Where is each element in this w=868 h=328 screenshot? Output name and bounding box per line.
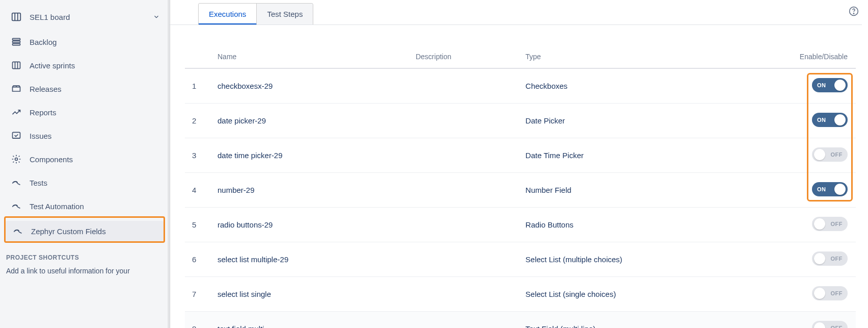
backlog-icon	[10, 37, 22, 47]
sidebar-item-zephyr-custom-fields[interactable]: Zephyr Custom Fields	[6, 221, 164, 241]
sidebar-highlight: Zephyr Custom Fields	[4, 216, 165, 243]
sidebar-item-label: Test Automation	[30, 202, 84, 211]
active-sprints-icon	[10, 60, 22, 70]
table-row: 6select list multiple-29Select List (mul…	[185, 242, 856, 277]
row-description	[412, 277, 522, 312]
svg-rect-4	[13, 41, 20, 42]
row-toggle-cell: OFF	[784, 138, 856, 173]
toggle-label: OFF	[831, 325, 843, 328]
svg-rect-0	[12, 13, 21, 21]
sidebar-item-label: Issues	[30, 132, 51, 140]
toggle-label: ON	[817, 117, 826, 123]
row-index: 7	[185, 277, 213, 312]
sidebar-item-label: Reports	[30, 108, 57, 117]
table-row: 3date time picker-29Date Time PickerOFF	[185, 138, 856, 173]
shortcuts-heading: PROJECT SHORTCUTS	[6, 254, 163, 261]
row-toggle-cell: OFF	[784, 277, 856, 312]
svg-point-13	[15, 158, 18, 161]
help-icon[interactable]	[849, 6, 859, 16]
svg-rect-3	[13, 38, 20, 40]
row-type: Select List (multiple choices)	[522, 242, 784, 277]
row-name: radio buttons-29	[213, 208, 412, 242]
row-type: Date Time Picker	[522, 138, 784, 173]
enable-toggle[interactable]: OFF	[812, 321, 848, 328]
enable-toggle[interactable]: OFF	[812, 147, 848, 162]
table-row: 7select list singleSelect List (single c…	[185, 277, 856, 312]
toggle-knob	[834, 114, 846, 125]
row-name: text field multi	[213, 312, 412, 329]
row-type: Date Picker	[522, 104, 784, 138]
toggle-label: OFF	[831, 221, 843, 227]
toggle-knob	[814, 218, 825, 230]
col-type: Type	[522, 45, 784, 68]
sidebar-item-test-automation[interactable]: Test Automation	[4, 196, 165, 216]
sidebar-item-releases[interactable]: Releases	[4, 79, 165, 99]
row-description	[412, 104, 522, 138]
row-type: Number Field	[522, 173, 784, 208]
toggle-knob	[814, 149, 825, 160]
sidebar: SEL1 board BacklogActive sprintsReleases…	[0, 0, 170, 328]
test-automation-icon	[10, 201, 22, 211]
sidebar-item-label: Active sprints	[30, 61, 75, 70]
toggle-label: ON	[817, 186, 826, 192]
col-description: Description	[412, 45, 522, 68]
sidebar-item-backlog[interactable]: Backlog	[4, 32, 165, 52]
col-index	[185, 45, 213, 68]
components-icon	[10, 154, 22, 164]
row-name: select list single	[213, 277, 412, 312]
svg-rect-6	[13, 62, 20, 68]
tab-test-steps[interactable]: Test Steps	[257, 4, 313, 24]
toggle-label: OFF	[831, 290, 843, 296]
sidebar-item-label: Backlog	[30, 38, 57, 46]
row-name: date picker-29	[213, 104, 412, 138]
board-selector[interactable]: SEL1 board	[4, 5, 165, 29]
toggle-label: ON	[817, 82, 826, 88]
row-description	[412, 68, 522, 104]
tab-executions[interactable]: Executions	[199, 4, 257, 24]
row-index: 6	[185, 242, 213, 277]
toggle-knob	[814, 253, 825, 264]
row-index: 1	[185, 68, 213, 104]
sidebar-item-tests[interactable]: Tests	[4, 172, 165, 193]
sidebar-item-label: Tests	[30, 179, 47, 187]
sidebar-item-reports[interactable]: Reports	[4, 102, 165, 122]
enable-toggle[interactable]: OFF	[812, 286, 848, 300]
reports-icon	[10, 107, 22, 117]
enable-toggle[interactable]: ON	[812, 78, 848, 92]
enable-toggle[interactable]: OFF	[812, 217, 848, 231]
svg-rect-5	[13, 43, 20, 45]
chevron-down-icon	[153, 13, 160, 20]
row-type: Text Field (multi line)	[522, 312, 784, 329]
tests-icon	[10, 178, 22, 188]
row-type: Checkboxes	[522, 68, 784, 104]
table-row: 5radio buttons-29Radio ButtonsOFF	[185, 208, 856, 242]
table-row: 2date picker-29Date PickerON	[185, 104, 856, 138]
row-description	[412, 138, 522, 173]
row-type: Radio Buttons	[522, 208, 784, 242]
enable-toggle[interactable]: ON	[812, 113, 848, 127]
table-row: 4number-29Number FieldON	[185, 173, 856, 208]
row-toggle-cell: ON	[784, 173, 856, 208]
row-toggle-cell: OFF	[784, 312, 856, 329]
col-name: Name	[213, 45, 412, 68]
row-description	[412, 312, 522, 329]
enable-toggle[interactable]: ON	[812, 182, 848, 196]
board-title: SEL1 board	[30, 13, 153, 21]
row-description	[412, 173, 522, 208]
enable-toggle[interactable]: OFF	[812, 251, 848, 266]
sidebar-item-issues[interactable]: Issues	[4, 125, 165, 146]
sidebar-item-label: Releases	[30, 85, 62, 93]
row-description	[412, 208, 522, 242]
main-content: ExecutionsTest Steps Name Description Ty…	[170, 0, 868, 328]
row-index: 4	[185, 173, 213, 208]
toggle-knob	[834, 184, 846, 195]
tabs: ExecutionsTest Steps	[198, 3, 313, 24]
row-index: 2	[185, 104, 213, 138]
row-index: 8	[185, 312, 213, 329]
sidebar-item-components[interactable]: Components	[4, 149, 165, 169]
sidebar-item-active-sprints[interactable]: Active sprints	[4, 55, 165, 75]
row-description	[412, 242, 522, 277]
sidebar-item-label: Components	[30, 155, 73, 164]
svg-point-15	[853, 13, 854, 14]
row-name: select list multiple-29	[213, 242, 412, 277]
